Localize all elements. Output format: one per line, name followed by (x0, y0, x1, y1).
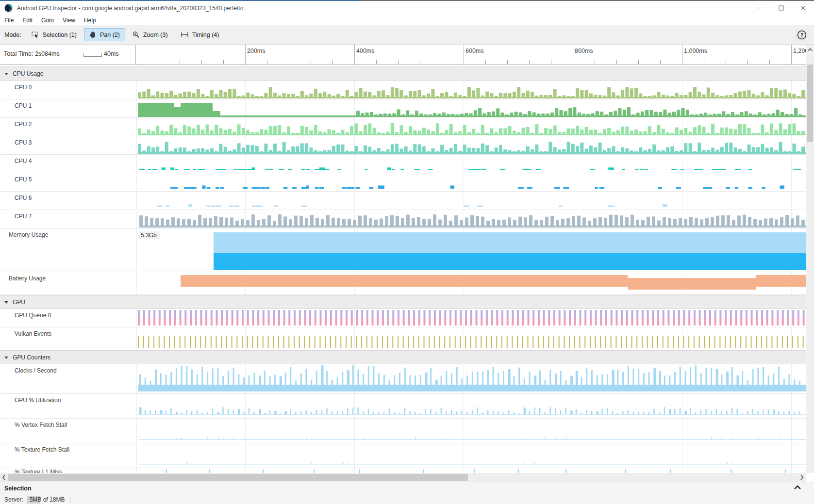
selection-icon (32, 32, 39, 38)
track-chart-texture-fetch-stall (137, 443, 806, 468)
minor-tick (704, 60, 704, 64)
track-row-clocks-per-second[interactable]: Clocks / Second (0, 364, 806, 394)
major-gridline-600ms (464, 45, 464, 64)
track-label: CPU 2 (15, 121, 32, 128)
minor-tick (223, 60, 224, 64)
android-gpu-inspector-window: Android GPU Inspector - com.google.andro… (0, 0, 814, 504)
track-label: CPU 6 (15, 195, 32, 201)
selection-panel-header[interactable]: Selection (0, 482, 814, 495)
track-chart-vulkan-events (137, 327, 806, 350)
window-title: Android GPU Inspector - com.google.andro… (17, 5, 243, 12)
minor-tick (180, 60, 180, 64)
track-row-cpu5[interactable]: CPU 5 (0, 173, 806, 192)
major-gridline-200ms (245, 45, 246, 64)
title-bar: Android GPU Inspector - com.google.andro… (0, 1, 814, 15)
memory-value-badge: 5.3Gb (138, 231, 160, 239)
minor-tick (485, 60, 486, 64)
menu-edit[interactable]: Edit (18, 17, 37, 24)
track-label: % Vertex Fetch Stall (15, 422, 67, 428)
menu-file[interactable]: File (0, 17, 18, 24)
minor-tick (158, 60, 158, 64)
timeline-viewport[interactable]: CPU UsageCPU 0CPU 1CPU 2CPU 3CPU 4CPU 5C… (0, 65, 806, 473)
track-label: Battery Usage (9, 275, 46, 282)
scroll-left-icon[interactable] (0, 474, 7, 481)
collapse-arrow-icon[interactable] (4, 301, 8, 304)
group-header-gpu-counters[interactable]: GPU Counters (0, 350, 806, 364)
track-label: CPU 3 (15, 139, 32, 146)
horizontal-scrollbar[interactable] (0, 473, 806, 482)
track-label: CPU 0 (15, 84, 32, 91)
track-label: % Texture Fetch Stall (15, 446, 69, 453)
selection-mode-button[interactable]: Selection (1) (26, 29, 82, 41)
track-row-texture-l1-miss[interactable]: % Texture L1 Miss (0, 468, 806, 473)
track-row-cpu2[interactable]: CPU 2 (0, 118, 806, 136)
tick-label: 400ms (356, 48, 375, 54)
tick-label: 200ms (247, 48, 266, 54)
track-label: % Texture L1 Miss (15, 469, 62, 473)
track-row-cpu3[interactable]: CPU 3 (0, 136, 806, 155)
minor-tick (332, 60, 333, 64)
track-chart-gpu-queue-0 (137, 309, 806, 327)
group-label: GPU Counters (13, 354, 50, 360)
track-chart-cpu3 (137, 136, 806, 154)
track-chart-cpu6 (137, 192, 806, 210)
time-ruler: Total Time: 2s084ms 40ms 200ms400ms600ms… (0, 45, 814, 65)
minor-tick (529, 60, 530, 64)
horizontal-scroll-thumb[interactable] (8, 474, 468, 481)
track-row-cpu0[interactable]: CPU 0 (0, 81, 806, 99)
track-row-cpu7[interactable]: CPU 7 (0, 210, 806, 228)
maximize-button[interactable] (770, 1, 792, 15)
track-label: GPU % Utilization (15, 397, 61, 404)
minor-tick (376, 60, 377, 64)
help-icon: ? (797, 30, 807, 40)
menu-view[interactable]: View (58, 17, 80, 24)
track-row-cpu6[interactable]: CPU 6 (0, 192, 806, 210)
track-row-battery[interactable]: Battery Usage (0, 272, 806, 295)
close-button[interactable] (792, 1, 814, 15)
track-label: Vulkan Events (15, 330, 51, 337)
total-time-label: Total Time: 2s084ms (4, 50, 60, 57)
track-row-texture-fetch-stall[interactable]: % Texture Fetch Stall (0, 443, 806, 468)
track-chart-cpu4 (137, 155, 806, 173)
minor-tick (267, 60, 267, 64)
minor-tick (638, 60, 639, 64)
track-label: CPU 5 (15, 176, 32, 183)
collapse-chevron-icon[interactable] (794, 485, 801, 490)
minor-tick (507, 60, 508, 64)
minor-tick (311, 60, 311, 64)
zoom-mode-button[interactable]: Zoom (3) (127, 28, 173, 41)
timing-icon (181, 32, 189, 38)
track-row-vertex-fetch-stall[interactable]: % Vertex Fetch Stall (0, 419, 806, 443)
collapse-arrow-icon[interactable] (4, 73, 8, 75)
group-header-cpu-usage[interactable]: CPU Usage (0, 66, 806, 81)
menu-goto[interactable]: Goto (37, 17, 58, 24)
scale-bracket (83, 53, 102, 57)
track-row-gpu-queue-0[interactable]: GPU Queue 0 (0, 309, 806, 327)
vertical-scrollbar[interactable] (806, 45, 814, 473)
collapse-arrow-icon[interactable] (4, 357, 8, 359)
track-label: Clocks / Second (15, 367, 57, 374)
minor-tick (201, 60, 202, 64)
track-row-gpu-utilization[interactable]: GPU % Utilization (0, 394, 806, 419)
help-button[interactable]: ? (795, 28, 809, 42)
scroll-right-icon[interactable] (798, 474, 805, 481)
track-label: CPU 1 (15, 102, 32, 109)
track-row-memory[interactable]: Memory Usage5.3Gb (0, 228, 806, 272)
track-row-cpu1[interactable]: CPU 1 (0, 99, 806, 118)
group-header-gpu[interactable]: GPU (0, 295, 806, 309)
track-row-vulkan-events[interactable]: Vulkan Events (0, 327, 806, 350)
vertical-scroll-thumb[interactable] (807, 65, 813, 142)
track-chart-cpu7 (137, 210, 806, 228)
minimize-button[interactable] (748, 1, 770, 15)
status-bar: Server: 5MB of 18MB (0, 495, 814, 504)
pan-mode-button[interactable]: Pan (2) (84, 28, 125, 41)
menu-help[interactable]: Help (80, 17, 100, 24)
mode-toolbar: Mode: Selection (1) Pan (2) (0, 25, 814, 45)
track-chart-texture-l1-miss (137, 468, 806, 473)
tick-label: 800ms (575, 48, 593, 54)
timing-mode-button[interactable]: Timing (4) (175, 29, 225, 41)
scroll-up-icon[interactable] (807, 47, 813, 53)
track-row-cpu4[interactable]: CPU 4 (0, 155, 806, 173)
track-chart-cpu5 (137, 173, 806, 191)
track-chart-battery (137, 272, 806, 294)
